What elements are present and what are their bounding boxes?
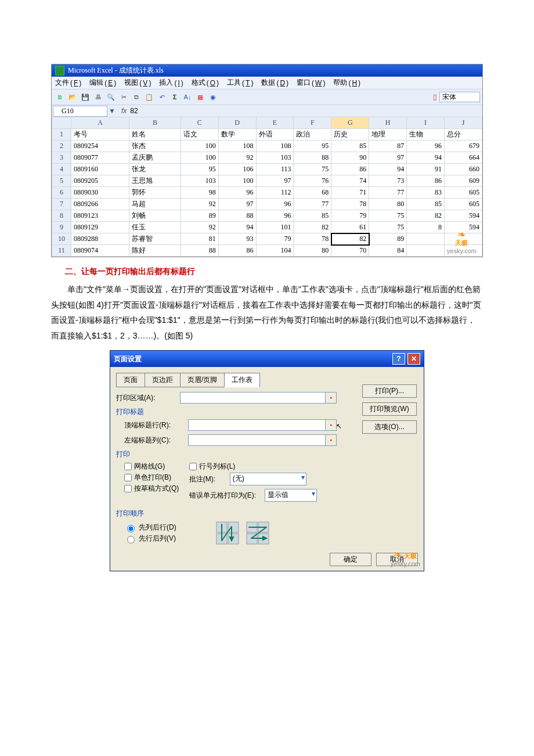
menu-help[interactable]: 帮助(H) bbox=[333, 78, 360, 88]
draft-checkbox[interactable]: 按草稿方式(Q) bbox=[124, 484, 179, 494]
tab-page[interactable]: 页面 bbox=[116, 373, 145, 387]
excel-file-icon bbox=[55, 66, 64, 75]
excel-titlebar: Microsoft Excel - 成绩统计表.xls bbox=[52, 64, 482, 77]
menu-edit[interactable]: 编辑(E) bbox=[89, 78, 116, 88]
search-icon[interactable]: 🔍 bbox=[105, 91, 117, 103]
name-box[interactable]: G10 bbox=[53, 106, 107, 117]
svg-rect-1 bbox=[228, 522, 239, 532]
col-hdr-B[interactable]: B bbox=[129, 117, 181, 129]
bw-checkbox[interactable]: 单色打印(B) bbox=[124, 473, 179, 483]
print-area-label: 打印区域(A): bbox=[116, 393, 180, 403]
gridlines-checkbox[interactable]: 网格线(G) bbox=[124, 462, 179, 471]
article-paragraph: 单击"文件"菜单→页面设置，在打开的"页面设置"对话框中，单击"工作表"选项卡，… bbox=[51, 282, 483, 343]
col-hdr-A[interactable]: A bbox=[71, 117, 129, 129]
table-row: 110809074陈好8886104807084 bbox=[52, 245, 482, 257]
table-row: 70809266马超92979677788085605 bbox=[52, 199, 482, 210]
print-icon[interactable]: 🖶 bbox=[92, 91, 104, 103]
new-file-icon[interactable]: 🗎 bbox=[54, 91, 66, 103]
comments-label: 批注(M): bbox=[189, 474, 230, 484]
ref-collapse-icon[interactable]: ▪↖ bbox=[325, 420, 336, 430]
print-order-diagram-icon bbox=[211, 521, 275, 546]
fx-icon[interactable]: fx bbox=[121, 107, 127, 115]
tab-headerfooter[interactable]: 页眉/页脚 bbox=[180, 373, 225, 387]
help-icon[interactable]: ◉ bbox=[207, 91, 219, 103]
menu-window[interactable]: 窗口(W) bbox=[297, 78, 325, 88]
excel-menubar: 文件(F) 编辑(E) 视图(V) 插入(I) 格式(O) 工具(T) 数据(D… bbox=[52, 77, 482, 89]
dialog-title-text: 页面设置 bbox=[114, 354, 142, 364]
print-button[interactable]: 打印(P)... bbox=[362, 384, 417, 398]
table-row: 80809123刘畅89889685797582594 bbox=[52, 210, 482, 222]
preview-button[interactable]: 打印预览(W) bbox=[362, 402, 417, 416]
menu-file[interactable]: 文件(F) bbox=[55, 78, 81, 88]
print-area-input[interactable]: ▪ bbox=[180, 392, 337, 404]
table-row: 40809160张龙9510611375869491660 bbox=[52, 164, 482, 175]
col-hdr-C[interactable]: C bbox=[181, 117, 218, 129]
order-over-radio[interactable]: 先行后列(V) bbox=[124, 534, 176, 543]
paste-icon[interactable]: 📋 bbox=[143, 91, 155, 103]
section-heading: 二、让每一页打印输出后都有标题行 bbox=[65, 267, 483, 277]
col-hdr-F[interactable]: F bbox=[294, 117, 331, 129]
dialog-titlebar[interactable]: 页面设置 ? ✕ bbox=[110, 351, 424, 367]
top-rows-label: 顶端标题行(R): bbox=[124, 420, 188, 430]
col-hdr-G[interactable]: G bbox=[331, 117, 369, 129]
excel-window: Microsoft Excel - 成绩统计表.xls 文件(F) 编辑(E) … bbox=[51, 64, 483, 257]
top-rows-input[interactable]: ▪↖ bbox=[188, 419, 337, 431]
ref-collapse-icon[interactable]: ▪ bbox=[325, 435, 336, 445]
col-hdr-I[interactable]: I bbox=[407, 117, 445, 129]
open-file-icon[interactable]: 📂 bbox=[67, 91, 78, 103]
table-row: 30809077孟庆鹏1009210388909794664 bbox=[52, 152, 482, 164]
left-cols-label: 左端标题列(C): bbox=[124, 435, 188, 445]
undo-icon[interactable]: ↶ bbox=[156, 91, 168, 103]
col-hdr-J[interactable]: J bbox=[445, 117, 482, 129]
menu-view[interactable]: 视图(V) bbox=[124, 78, 151, 88]
spreadsheet-grid[interactable]: A B C D E F G H I J 1 考号 姓名 语文 数学 外语 政治 … bbox=[52, 117, 482, 257]
font-name-input[interactable]: 宋体 bbox=[439, 92, 480, 102]
namebox-row: G10 ▼ fx 82 bbox=[52, 105, 482, 117]
errors-label: 错误单元格打印为(E): bbox=[189, 491, 265, 501]
formula-bar-value[interactable]: 82 bbox=[130, 107, 138, 115]
autosum-icon[interactable]: Σ bbox=[169, 91, 181, 103]
print-section-label: 打印 bbox=[116, 449, 337, 459]
menu-insert[interactable]: 插入(I) bbox=[159, 78, 183, 88]
cancel-button[interactable]: 取消 bbox=[376, 553, 418, 566]
cut-icon[interactable]: ✂ bbox=[118, 91, 129, 103]
dialog-close-button[interactable]: ✕ bbox=[407, 353, 420, 365]
table-row: 60809030郭怀989611268717783605 bbox=[52, 187, 482, 199]
excel-standard-toolbar: 🗎 📂 💾 🖶 🔍 ✂ ⧉ 📋 ↶ Σ A↓ ▦ ◉ ▯ 宋体 bbox=[52, 89, 482, 105]
errors-select[interactable]: 显示值 bbox=[265, 489, 317, 502]
font-selector[interactable]: ▯ 宋体 bbox=[433, 92, 480, 102]
svg-rect-3 bbox=[228, 534, 239, 544]
tab-sheet[interactable]: 工作表 bbox=[224, 373, 260, 387]
tab-margins[interactable]: 页边距 bbox=[145, 373, 181, 387]
select-all-cell[interactable] bbox=[52, 117, 71, 129]
table-row: 100809288苏睿智819379788289 bbox=[52, 233, 482, 245]
order-down-radio[interactable]: 先列后行(D) bbox=[124, 523, 176, 532]
copy-icon[interactable]: ⧉ bbox=[131, 91, 142, 103]
menu-format[interactable]: 格式(O) bbox=[192, 78, 219, 88]
comments-select[interactable]: (无) bbox=[230, 473, 306, 485]
page-setup-dialog: 页面设置 ? ✕ 页面 页边距 页眉/页脚 工作表 打印(P)... 打印预览(… bbox=[110, 350, 424, 571]
options-button[interactable]: 选项(O)... bbox=[362, 420, 417, 434]
order-label: 打印顺序 bbox=[116, 509, 337, 519]
table-row: 90809129任玉92941018261758594 bbox=[52, 222, 482, 233]
chart-icon[interactable]: ▦ bbox=[194, 91, 206, 103]
menu-data[interactable]: 数据(D) bbox=[261, 78, 288, 88]
save-icon[interactable]: 💾 bbox=[80, 91, 91, 103]
left-cols-input[interactable]: ▪ bbox=[188, 434, 337, 446]
col-hdr-H[interactable]: H bbox=[369, 117, 407, 129]
ok-button[interactable]: 确定 bbox=[330, 553, 371, 566]
dialog-help-button[interactable]: ? bbox=[392, 353, 405, 365]
table-row: 50809205王思旭1031009776747386609 bbox=[52, 175, 482, 187]
table-row: 20809254张杰10010810895858796679 bbox=[52, 141, 482, 152]
ref-collapse-icon[interactable]: ▪ bbox=[325, 393, 336, 403]
menu-tools[interactable]: 工具(T) bbox=[227, 78, 253, 88]
sort-asc-icon[interactable]: A↓ bbox=[182, 91, 193, 103]
excel-title-text: Microsoft Excel - 成绩统计表.xls bbox=[68, 66, 164, 75]
header-data-row: 1 考号 姓名 语文 数学 外语 政治 历史 地理 生物 总分 bbox=[52, 129, 482, 141]
col-hdr-D[interactable]: D bbox=[218, 117, 256, 129]
print-titles-label: 打印标题 bbox=[116, 407, 337, 417]
rowcol-checkbox[interactable]: 行号列标(L) bbox=[189, 462, 317, 471]
col-hdr-E[interactable]: E bbox=[256, 117, 294, 129]
